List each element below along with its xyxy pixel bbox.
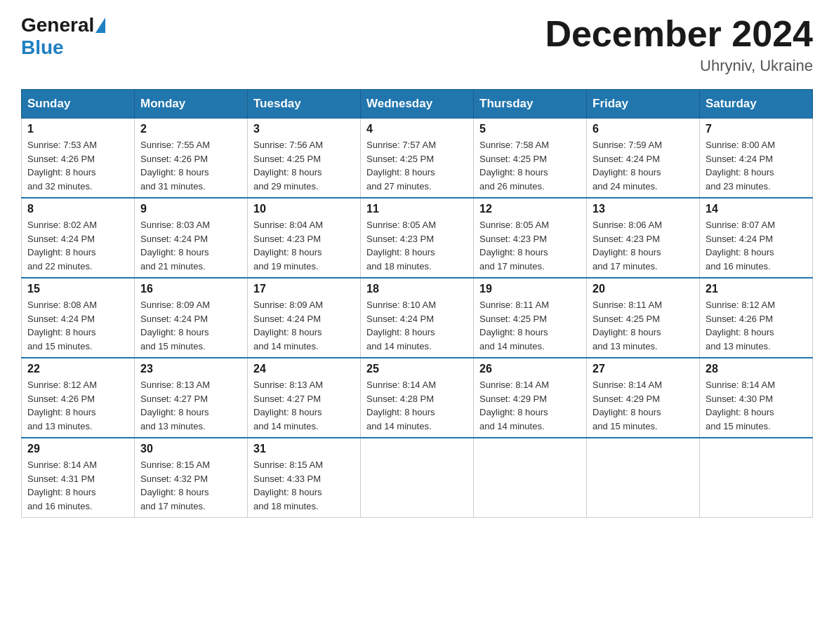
calendar-cell: 28 Sunrise: 8:14 AMSunset: 4:30 PMDaylig… [700, 358, 813, 438]
calendar-header-sunday: Sunday [22, 90, 135, 119]
calendar-header-row: SundayMondayTuesdayWednesdayThursdayFrid… [22, 90, 813, 119]
calendar-cell: 14 Sunrise: 8:07 AMSunset: 4:24 PMDaylig… [700, 198, 813, 278]
calendar-week-row: 15 Sunrise: 8:08 AMSunset: 4:24 PMDaylig… [22, 278, 813, 358]
calendar-cell: 10 Sunrise: 8:04 AMSunset: 4:23 PMDaylig… [248, 198, 361, 278]
calendar-cell: 17 Sunrise: 8:09 AMSunset: 4:24 PMDaylig… [248, 278, 361, 358]
calendar-cell [587, 438, 700, 518]
day-info: Sunrise: 8:12 AMSunset: 4:26 PMDaylight:… [706, 298, 807, 353]
calendar-cell: 23 Sunrise: 8:13 AMSunset: 4:27 PMDaylig… [135, 358, 248, 438]
day-info: Sunrise: 8:09 AMSunset: 4:24 PMDaylight:… [140, 298, 241, 353]
calendar-header-friday: Friday [587, 90, 700, 119]
day-info: Sunrise: 8:12 AMSunset: 4:26 PMDaylight:… [27, 378, 128, 433]
calendar-cell: 30 Sunrise: 8:15 AMSunset: 4:32 PMDaylig… [135, 438, 248, 518]
day-number: 16 [140, 283, 241, 295]
day-number: 10 [253, 203, 355, 215]
logo-general-text: General [21, 14, 94, 36]
calendar-cell: 24 Sunrise: 8:13 AMSunset: 4:27 PMDaylig… [248, 358, 361, 438]
calendar-cell: 27 Sunrise: 8:14 AMSunset: 4:29 PMDaylig… [587, 358, 700, 438]
calendar-cell: 25 Sunrise: 8:14 AMSunset: 4:28 PMDaylig… [361, 358, 474, 438]
day-number: 7 [706, 123, 807, 135]
day-info: Sunrise: 7:57 AMSunset: 4:25 PMDaylight:… [366, 138, 468, 193]
day-info: Sunrise: 8:08 AMSunset: 4:24 PMDaylight:… [27, 298, 128, 353]
day-info: Sunrise: 8:04 AMSunset: 4:23 PMDaylight:… [253, 218, 355, 273]
day-info: Sunrise: 7:59 AMSunset: 4:24 PMDaylight:… [593, 138, 694, 193]
day-number: 18 [366, 283, 468, 295]
calendar-cell: 26 Sunrise: 8:14 AMSunset: 4:29 PMDaylig… [474, 358, 587, 438]
calendar-week-row: 1 Sunrise: 7:53 AMSunset: 4:26 PMDayligh… [22, 119, 813, 199]
day-number: 29 [27, 443, 128, 455]
day-number: 21 [706, 283, 807, 295]
day-number: 4 [366, 123, 468, 135]
calendar-cell: 1 Sunrise: 7:53 AMSunset: 4:26 PMDayligh… [22, 119, 135, 199]
calendar-cell: 31 Sunrise: 8:15 AMSunset: 4:33 PMDaylig… [248, 438, 361, 518]
day-number: 28 [706, 363, 807, 375]
day-number: 2 [140, 123, 241, 135]
calendar-cell: 15 Sunrise: 8:08 AMSunset: 4:24 PMDaylig… [22, 278, 135, 358]
calendar-cell: 19 Sunrise: 8:11 AMSunset: 4:25 PMDaylig… [474, 278, 587, 358]
calendar-header-monday: Monday [135, 90, 248, 119]
day-info: Sunrise: 8:06 AMSunset: 4:23 PMDaylight:… [593, 218, 694, 273]
calendar-cell [361, 438, 474, 518]
calendar-cell: 9 Sunrise: 8:03 AMSunset: 4:24 PMDayligh… [135, 198, 248, 278]
day-info: Sunrise: 7:53 AMSunset: 4:26 PMDaylight:… [27, 138, 128, 193]
day-info: Sunrise: 8:13 AMSunset: 4:27 PMDaylight:… [140, 378, 241, 433]
day-info: Sunrise: 8:11 AMSunset: 4:25 PMDaylight:… [479, 298, 581, 353]
calendar-cell: 6 Sunrise: 7:59 AMSunset: 4:24 PMDayligh… [587, 119, 700, 199]
calendar-week-row: 22 Sunrise: 8:12 AMSunset: 4:26 PMDaylig… [22, 358, 813, 438]
day-number: 19 [479, 283, 581, 295]
calendar-header-saturday: Saturday [700, 90, 813, 119]
day-number: 24 [253, 363, 355, 375]
calendar-cell [474, 438, 587, 518]
day-number: 31 [253, 443, 355, 455]
day-info: Sunrise: 8:13 AMSunset: 4:27 PMDaylight:… [253, 378, 355, 433]
day-number: 14 [706, 203, 807, 215]
logo-blue-text: Blue [21, 36, 64, 59]
day-number: 25 [366, 363, 468, 375]
day-number: 6 [593, 123, 694, 135]
calendar-header-thursday: Thursday [474, 90, 587, 119]
calendar-cell: 4 Sunrise: 7:57 AMSunset: 4:25 PMDayligh… [361, 119, 474, 199]
day-number: 11 [366, 203, 468, 215]
day-number: 13 [593, 203, 694, 215]
day-info: Sunrise: 8:14 AMSunset: 4:28 PMDaylight:… [366, 378, 468, 433]
calendar-cell: 16 Sunrise: 8:09 AMSunset: 4:24 PMDaylig… [135, 278, 248, 358]
calendar-cell: 18 Sunrise: 8:10 AMSunset: 4:24 PMDaylig… [361, 278, 474, 358]
calendar-header-tuesday: Tuesday [248, 90, 361, 119]
day-info: Sunrise: 8:14 AMSunset: 4:30 PMDaylight:… [706, 378, 807, 433]
day-info: Sunrise: 8:14 AMSunset: 4:29 PMDaylight:… [593, 378, 694, 433]
day-number: 27 [593, 363, 694, 375]
day-info: Sunrise: 8:07 AMSunset: 4:24 PMDaylight:… [706, 218, 807, 273]
calendar-cell: 2 Sunrise: 7:55 AMSunset: 4:26 PMDayligh… [135, 119, 248, 199]
day-info: Sunrise: 8:05 AMSunset: 4:23 PMDaylight:… [479, 218, 581, 273]
day-number: 8 [27, 203, 128, 215]
day-info: Sunrise: 8:05 AMSunset: 4:23 PMDaylight:… [366, 218, 468, 273]
calendar-cell: 5 Sunrise: 7:58 AMSunset: 4:25 PMDayligh… [474, 119, 587, 199]
calendar-table: SundayMondayTuesdayWednesdayThursdayFrid… [21, 89, 813, 518]
day-number: 30 [140, 443, 241, 455]
day-info: Sunrise: 8:03 AMSunset: 4:24 PMDaylight:… [140, 218, 241, 273]
day-info: Sunrise: 8:02 AMSunset: 4:24 PMDaylight:… [27, 218, 128, 273]
day-number: 23 [140, 363, 241, 375]
day-info: Sunrise: 8:14 AMSunset: 4:31 PMDaylight:… [27, 458, 128, 513]
day-number: 17 [253, 283, 355, 295]
day-info: Sunrise: 8:11 AMSunset: 4:25 PMDaylight:… [593, 298, 694, 353]
day-info: Sunrise: 8:15 AMSunset: 4:32 PMDaylight:… [140, 458, 241, 513]
calendar-header-wednesday: Wednesday [361, 90, 474, 119]
day-info: Sunrise: 8:15 AMSunset: 4:33 PMDaylight:… [253, 458, 355, 513]
calendar-cell: 7 Sunrise: 8:00 AMSunset: 4:24 PMDayligh… [700, 119, 813, 199]
day-number: 20 [593, 283, 694, 295]
calendar-week-row: 29 Sunrise: 8:14 AMSunset: 4:31 PMDaylig… [22, 438, 813, 518]
calendar-cell: 29 Sunrise: 8:14 AMSunset: 4:31 PMDaylig… [22, 438, 135, 518]
calendar-week-row: 8 Sunrise: 8:02 AMSunset: 4:24 PMDayligh… [22, 198, 813, 278]
day-info: Sunrise: 7:56 AMSunset: 4:25 PMDaylight:… [253, 138, 355, 193]
day-info: Sunrise: 8:00 AMSunset: 4:24 PMDaylight:… [706, 138, 807, 193]
calendar-cell: 20 Sunrise: 8:11 AMSunset: 4:25 PMDaylig… [587, 278, 700, 358]
calendar-cell: 11 Sunrise: 8:05 AMSunset: 4:23 PMDaylig… [361, 198, 474, 278]
day-info: Sunrise: 8:09 AMSunset: 4:24 PMDaylight:… [253, 298, 355, 353]
title-block: December 2024 Uhryniv, Ukraine [545, 14, 813, 75]
calendar-cell: 12 Sunrise: 8:05 AMSunset: 4:23 PMDaylig… [474, 198, 587, 278]
day-number: 22 [27, 363, 128, 375]
day-number: 26 [479, 363, 581, 375]
day-number: 9 [140, 203, 241, 215]
calendar-cell: 3 Sunrise: 7:56 AMSunset: 4:25 PMDayligh… [248, 119, 361, 199]
